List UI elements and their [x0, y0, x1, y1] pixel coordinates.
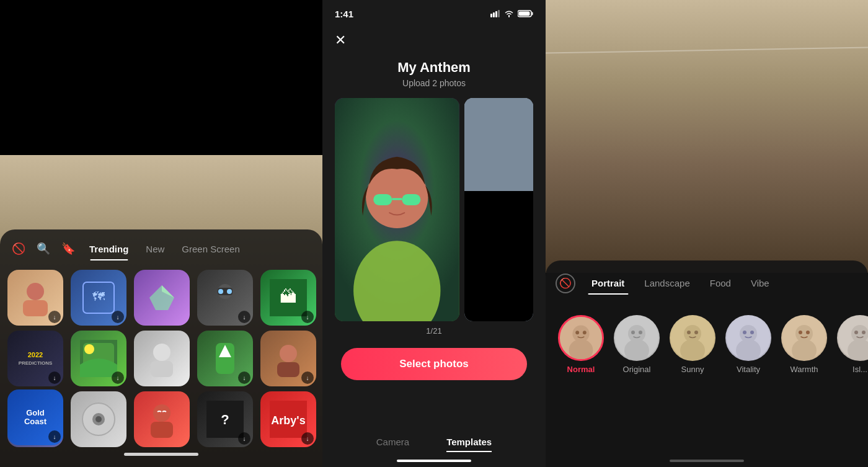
- avatar-original-face: [615, 316, 658, 360]
- cord-decoration: [546, 47, 868, 53]
- photo-main: [335, 98, 459, 321]
- avatar-sunny-circle: [670, 315, 715, 361]
- filter-item-7[interactable]: [134, 331, 190, 386]
- avatar-vitality-face: [727, 316, 770, 360]
- filter-item-3[interactable]: ↓: [197, 270, 253, 326]
- filter-item-12[interactable]: [134, 391, 190, 447]
- filter-vitality[interactable]: Vitality: [723, 315, 774, 374]
- tab-landscape[interactable]: Landscape: [636, 273, 698, 293]
- filter-warmth[interactable]: Warmth: [779, 315, 830, 374]
- filter-vitality-label: Vitality: [737, 365, 760, 374]
- status-time: 1:41: [335, 9, 353, 19]
- filter-item-11[interactable]: [71, 391, 126, 447]
- svg-rect-44: [464, 98, 533, 191]
- filter-item-0[interactable]: ↓: [7, 270, 63, 326]
- download-icon-14: ↓: [301, 432, 314, 445]
- filter-island[interactable]: Isl...: [835, 315, 868, 374]
- svg-point-24: [153, 404, 170, 422]
- ban-icon[interactable]: 🚫: [7, 238, 30, 260]
- panel-portrait-filter: 🚫 Portrait Landscape Food Vibe Normal: [546, 0, 868, 467]
- avatar-filter-row: Normal Original: [546, 310, 868, 379]
- download-icon-0: ↓: [48, 311, 61, 323]
- filter-island-label: Isl...: [852, 365, 867, 374]
- svg-point-74: [854, 331, 858, 334]
- tab-food[interactable]: Food: [701, 273, 740, 293]
- filter-tab-bar: 🚫 🔍 🔖 Trending New Green Screen: [0, 238, 322, 260]
- bookmark-icon[interactable]: 🔖: [57, 238, 79, 260]
- filter-item-5[interactable]: 2022PREDICTIONS ↓: [7, 331, 63, 386]
- svg-point-7: [227, 289, 232, 294]
- nav-templates[interactable]: Templates: [446, 437, 492, 452]
- filter-warmth-label: Warmth: [790, 365, 818, 374]
- avatar-normal-face: [560, 316, 602, 360]
- svg-rect-18: [277, 362, 299, 377]
- svg-point-49: [575, 331, 579, 334]
- filter-item-4[interactable]: 🏔 ↓: [260, 270, 316, 326]
- tab-portrait[interactable]: Portrait: [583, 273, 633, 293]
- panel-filter-picker: 🚫 🔍 🔖 Trending New Green Screen ↓ 🗺: [0, 0, 322, 467]
- gold-coast-filter[interactable]: Gold Coast ↓: [7, 389, 63, 445]
- tab-trending[interactable]: Trending: [82, 239, 136, 259]
- svg-rect-32: [495, 11, 497, 17]
- svg-point-13: [153, 344, 170, 361]
- svg-point-75: [862, 331, 866, 334]
- download-icon-5: ↓: [48, 371, 61, 384]
- svg-rect-14: [151, 361, 173, 377]
- filter-item-13[interactable]: ? ↓: [197, 391, 253, 447]
- filter-item-6[interactable]: ↓: [71, 331, 126, 386]
- svg-rect-40: [373, 194, 392, 205]
- download-icon-13: ↓: [238, 432, 250, 445]
- filter-item-2[interactable]: [134, 270, 190, 326]
- avatar-sunny-face: [671, 316, 714, 360]
- svg-point-64: [743, 331, 746, 334]
- filter-sunny[interactable]: Sunny: [667, 315, 718, 374]
- svg-rect-25: [151, 422, 173, 438]
- close-button[interactable]: ✕: [335, 32, 346, 48]
- filter-item-9[interactable]: ↓: [260, 331, 316, 386]
- tab-new[interactable]: New: [138, 239, 172, 259]
- anthem-title: My Anthem: [397, 60, 471, 76]
- filter-item-8[interactable]: ↓: [197, 331, 253, 386]
- avatar-warmth-face: [782, 316, 826, 360]
- svg-rect-1: [23, 300, 48, 316]
- tab-vibe[interactable]: Vibe: [742, 273, 778, 293]
- anthem-nav: Camera Templates: [322, 437, 546, 452]
- home-indicator-2: [397, 460, 471, 462]
- anthem-subtitle: Upload 2 photos: [402, 78, 466, 88]
- svg-rect-36: [532, 12, 533, 16]
- svg-rect-31: [493, 12, 495, 17]
- svg-point-69: [799, 331, 802, 334]
- select-photos-button[interactable]: Select photos: [341, 348, 527, 380]
- download-icon-gc: ↓: [48, 430, 61, 443]
- download-icon-4: ↓: [301, 311, 314, 323]
- status-icons: [490, 10, 533, 17]
- panel3-background: [546, 0, 868, 273]
- home-indicator-3: [670, 460, 744, 462]
- tab-greenscreen[interactable]: Green Screen: [174, 239, 247, 259]
- filter-normal[interactable]: Normal: [556, 315, 606, 374]
- svg-text:🗺: 🗺: [92, 290, 105, 303]
- svg-point-0: [27, 283, 44, 300]
- svg-point-60: [694, 331, 698, 334]
- svg-point-50: [583, 331, 587, 334]
- photo-secondary: [464, 98, 533, 321]
- portrait-tab-bar: 🚫 Portrait Landscape Food Vibe: [546, 268, 868, 298]
- svg-point-6: [218, 289, 223, 294]
- filter-item-14[interactable]: Arby's ↓: [260, 391, 316, 447]
- search-icon[interactable]: 🔍: [32, 238, 55, 260]
- filter-original[interactable]: Original: [611, 315, 662, 374]
- download-icon-6: ↓: [112, 371, 124, 384]
- ban-icon-portrait[interactable]: 🚫: [556, 274, 575, 293]
- secondary-photo: [464, 98, 533, 321]
- filter-sunny-label: Sunny: [681, 365, 704, 374]
- download-icon-3: ↓: [238, 311, 250, 323]
- svg-rect-30: [490, 14, 492, 17]
- photo-area: [335, 98, 533, 321]
- download-icon-1: ↓: [112, 311, 124, 323]
- filter-item-1[interactable]: 🗺 ↓: [71, 270, 126, 326]
- avatar-original-circle: [614, 315, 660, 361]
- photo-counter: 1/21: [426, 326, 441, 336]
- avatar-normal-circle: [558, 315, 604, 361]
- nav-camera[interactable]: Camera: [376, 437, 409, 452]
- filter-original-label: Original: [623, 365, 651, 374]
